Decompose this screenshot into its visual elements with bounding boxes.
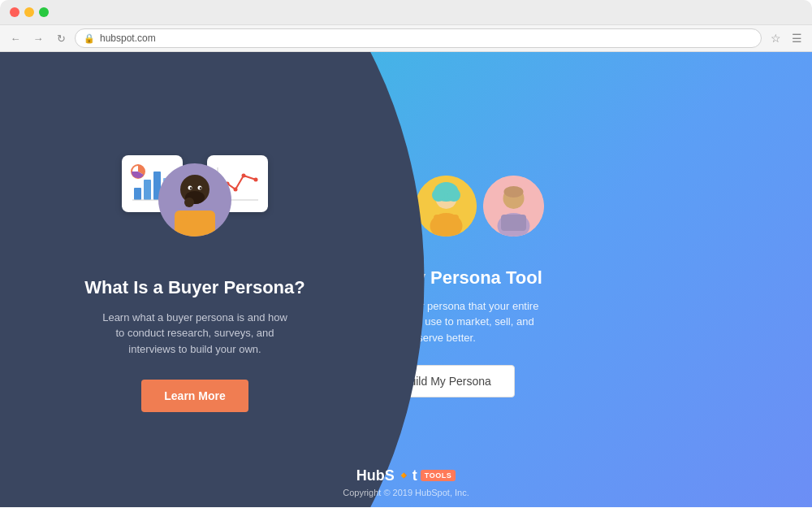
hubspot-brand-text: HubS🔸t [356, 467, 417, 484]
browser-chrome: ← → ↻ 🔒 hubspot.com ☆ ☰ [0, 0, 812, 52]
learn-more-button[interactable]: Learn More [141, 380, 248, 412]
forward-button[interactable]: → [29, 29, 47, 47]
svg-point-38 [200, 187, 201, 189]
left-subtitle: Learn what a buyer persona is and how to… [97, 310, 292, 358]
bookmark-button[interactable]: ☆ [767, 29, 784, 47]
person-avatar [158, 163, 231, 237]
menu-button[interactable]: ☰ [788, 29, 806, 47]
copyright-text: Copyright © 2019 HubSpot, Inc. [343, 488, 469, 497]
titlebar [0, 0, 812, 24]
back-button[interactable]: ← [6, 29, 24, 47]
page-footer: HubS🔸t TOOLS Copyright © 2019 HubSpot, I… [0, 467, 812, 507]
svg-rect-18 [144, 180, 151, 200]
svg-point-37 [190, 187, 192, 189]
left-content: What Is a Buyer Persona? Learn what a bu… [0, 147, 390, 413]
svg-point-27 [254, 177, 258, 181]
hubspot-logo: HubS🔸t TOOLS [356, 467, 456, 484]
person-figure-svg [166, 172, 223, 237]
svg-point-34 [184, 198, 194, 207]
left-title: What Is a Buyer Persona? [84, 277, 304, 298]
left-illustration [114, 147, 276, 261]
toolbar: ← → ↻ 🔒 hubspot.com ☆ ☰ [0, 24, 812, 52]
maximize-button[interactable] [39, 7, 49, 17]
svg-rect-17 [134, 188, 141, 200]
close-button[interactable] [10, 7, 19, 17]
refresh-button[interactable]: ↻ [52, 29, 70, 47]
url-text: hubspot.com [100, 33, 156, 44]
page-content: Make My Persona Tool Create a buyer pers… [0, 52, 812, 507]
address-bar[interactable]: 🔒 hubspot.com [75, 28, 762, 48]
lock-icon: 🔒 [84, 33, 95, 44]
minimize-button[interactable] [24, 7, 34, 17]
page-wrapper: What Is a Buyer Persona? Learn what a bu… [0, 52, 812, 507]
svg-point-26 [242, 173, 246, 177]
tools-badge: TOOLS [421, 470, 456, 481]
toolbar-right: ☆ ☰ [767, 29, 806, 47]
svg-point-25 [234, 187, 238, 191]
